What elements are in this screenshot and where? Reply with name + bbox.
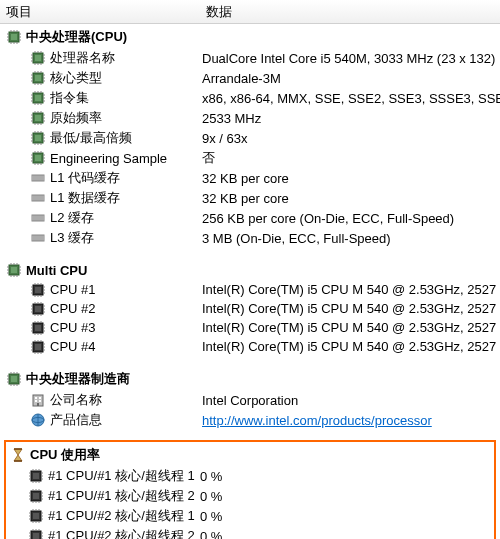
list-item[interactable]: CPU #4Intel(R) Core(TM) i5 CPU M 540 @ 2… [6,337,500,356]
section-title-label: 中央处理器制造商 [26,370,130,388]
row-value: Arrandale-3M [202,71,500,86]
cache-icon [30,230,46,246]
cache-icon [30,190,46,206]
row-label: CPU #2 [50,301,96,316]
section-cpu-usage: CPU 使用率 #1 CPU/#1 核心/超线程 10 %#1 CPU/#1 核… [4,440,496,539]
row-value: Intel(R) Core(TM) i5 CPU M 540 @ 2.53GHz… [202,320,500,335]
list-item[interactable]: CPU #1Intel(R) Core(TM) i5 CPU M 540 @ 2… [6,280,500,299]
chip-icon [6,262,22,278]
chip-dark-icon [28,488,44,504]
row-label: 产品信息 [50,411,102,429]
row-value: 2533 MHz [202,111,500,126]
row-value: 32 KB per core [202,191,500,206]
row-value: 3 MB (On-Die, ECC, Full-Speed) [202,231,500,246]
section-multi-cpu: Multi CPU CPU #1Intel(R) Core(TM) i5 CPU… [0,258,500,358]
list-item[interactable]: 最低/最高倍频9x / 63x [6,128,500,148]
list-item[interactable]: #1 CPU/#2 核心/超线程 20 % [8,526,494,539]
list-item[interactable]: 处理器名称DualCore Intel Core i5 540M, 3033 M… [6,48,500,68]
section-title-label: CPU 使用率 [30,446,100,464]
row-label: L1 数据缓存 [50,189,120,207]
chip-dark-icon [28,528,44,539]
list-item[interactable]: Engineering Sample否 [6,148,500,168]
row-label: 指令集 [50,89,89,107]
section-title-usage[interactable]: CPU 使用率 [8,444,494,466]
row-value: Intel(R) Core(TM) i5 CPU M 540 @ 2.53GHz… [202,282,500,297]
row-label: 公司名称 [50,391,102,409]
globe-icon [30,412,46,428]
row-label: Engineering Sample [50,151,167,166]
row-value: Intel(R) Core(TM) i5 CPU M 540 @ 2.53GHz… [202,301,500,316]
row-label: 处理器名称 [50,49,115,67]
row-label: CPU #1 [50,282,96,297]
row-label: 最低/最高倍频 [50,129,132,147]
list-item[interactable]: 指令集x86, x86-64, MMX, SSE, SSE2, SSE3, SS… [6,88,500,108]
chip-dark-icon [30,339,46,355]
section-title-label: 中央处理器(CPU) [26,28,127,46]
header-item[interactable]: 项目 [0,3,202,21]
cache-icon [30,210,46,226]
row-label: #1 CPU/#1 核心/超线程 2 [48,487,195,505]
row-label: CPU #3 [50,320,96,335]
chip-dark-icon [28,508,44,524]
header-data[interactable]: 数据 [202,3,500,21]
row-label: CPU #4 [50,339,96,354]
row-label: #1 CPU/#2 核心/超线程 1 [48,507,195,525]
row-value: Intel(R) Core(TM) i5 CPU M 540 @ 2.53GHz… [202,339,500,354]
list-item[interactable]: CPU #3Intel(R) Core(TM) i5 CPU M 540 @ 2… [6,318,500,337]
section-title-maker[interactable]: 中央处理器制造商 [6,368,500,390]
section-cpu: 中央处理器(CPU) 处理器名称DualCore Intel Core i5 5… [0,24,500,250]
list-item[interactable]: L1 代码缓存32 KB per core [6,168,500,188]
list-item[interactable]: L1 数据缓存32 KB per core [6,188,500,208]
chip-icon [30,70,46,86]
row-value: 0 % [200,509,494,524]
row-value: x86, x86-64, MMX, SSE, SSE2, SSE3, SSSE3… [202,91,500,106]
row-label: 原始频率 [50,109,102,127]
row-value: 32 KB per core [202,171,500,186]
row-value: Intel Corporation [202,393,500,408]
row-value: 256 KB per core (On-Die, ECC, Full-Speed… [202,211,500,226]
chip-dark-icon [30,301,46,317]
row-company[interactable]: 公司名称 Intel Corporation [6,390,500,410]
section-title-cpu[interactable]: 中央处理器(CPU) [6,26,500,48]
chip-dark-icon [28,468,44,484]
list-item[interactable]: 核心类型Arrandale-3M [6,68,500,88]
list-item[interactable]: CPU #2Intel(R) Core(TM) i5 CPU M 540 @ 2… [6,299,500,318]
row-value: 0 % [200,469,494,484]
section-manufacturer: 中央处理器制造商 公司名称 Intel Corporation 产品信息 htt… [0,366,500,432]
row-label: L2 缓存 [50,209,94,227]
chip-icon [6,29,22,45]
building-icon [30,392,46,408]
chip-icon [30,150,46,166]
list-item[interactable]: #1 CPU/#2 核心/超线程 10 % [8,506,494,526]
chip-icon [6,371,22,387]
row-label: L1 代码缓存 [50,169,120,187]
row-value: DualCore Intel Core i5 540M, 3033 MHz (2… [202,51,500,66]
section-title-multi[interactable]: Multi CPU [6,260,500,280]
chip-icon [30,50,46,66]
chip-icon [30,110,46,126]
chip-icon [30,130,46,146]
hourglass-icon [10,447,26,463]
product-link[interactable]: http://www.intel.com/products/processor [202,413,432,428]
row-value: 9x / 63x [202,131,500,146]
row-product-info[interactable]: 产品信息 http://www.intel.com/products/proce… [6,410,500,430]
list-item[interactable]: L2 缓存256 KB per core (On-Die, ECC, Full-… [6,208,500,228]
row-value: 0 % [200,489,494,504]
column-header: 项目 数据 [0,0,500,24]
list-item[interactable]: #1 CPU/#1 核心/超线程 10 % [8,466,494,486]
list-item[interactable]: #1 CPU/#1 核心/超线程 20 % [8,486,494,506]
row-label: L3 缓存 [50,229,94,247]
row-value: 0 % [200,529,494,540]
chip-icon [30,90,46,106]
cache-icon [30,170,46,186]
row-label: #1 CPU/#1 核心/超线程 1 [48,467,195,485]
row-label: 核心类型 [50,69,102,87]
section-title-label: Multi CPU [26,263,87,278]
chip-dark-icon [30,320,46,336]
list-item[interactable]: 原始频率2533 MHz [6,108,500,128]
row-value: 否 [202,149,500,167]
list-item[interactable]: L3 缓存3 MB (On-Die, ECC, Full-Speed) [6,228,500,248]
row-label: #1 CPU/#2 核心/超线程 2 [48,527,195,539]
chip-dark-icon [30,282,46,298]
